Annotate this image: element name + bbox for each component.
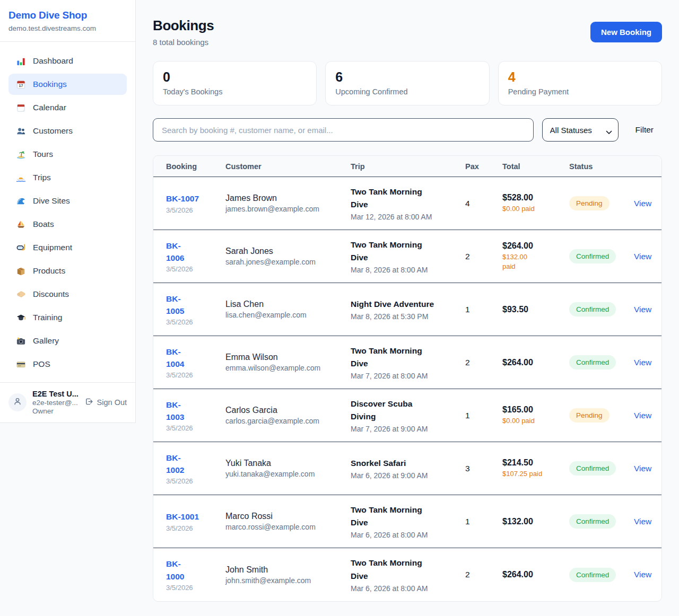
total-amount: $264.00 <box>502 358 569 367</box>
booking-id-link[interactable]: BK- 1004 <box>166 346 184 371</box>
status-badge: Pending <box>569 196 610 210</box>
sidebar-item-gallery[interactable]: Gallery <box>8 330 127 351</box>
customer-name: Lisa Chen <box>225 300 351 309</box>
status-badge: Confirmed <box>569 568 616 582</box>
speedboat-icon <box>16 173 26 183</box>
booking-date: 3/5/2026 <box>166 371 225 379</box>
stat-value: 6 <box>335 69 479 85</box>
customer-name: Emma Wilson <box>225 353 351 362</box>
filter-button[interactable]: Filter <box>627 125 662 135</box>
search-input[interactable] <box>153 118 534 142</box>
avatar <box>8 393 27 411</box>
filter-row: All Statuses Filter <box>153 118 662 142</box>
pax-count: 1 <box>465 411 502 420</box>
sidebar-item-tours[interactable]: Tours <box>8 144 127 165</box>
sidebar-item-dive-sites[interactable]: Dive Sites <box>8 190 127 212</box>
view-link[interactable]: View <box>634 199 651 208</box>
sidebar-item-label: Bookings <box>33 80 67 89</box>
sidebar-item-training[interactable]: Training <box>8 307 127 328</box>
sidebar-item-equipment[interactable]: Equipment <box>8 237 127 258</box>
status-filter-select[interactable]: All Statuses <box>542 118 619 142</box>
stat-value: 4 <box>508 69 652 85</box>
sidebar-item-boats[interactable]: Boats <box>8 214 127 235</box>
status-badge: Confirmed <box>569 514 616 529</box>
new-booking-button[interactable]: New Booking <box>590 22 662 42</box>
sidebar-item-dashboard[interactable]: Dashboard <box>8 50 127 72</box>
table-row: BK- 1004 3/5/2026 Emma Wilson emma.wilso… <box>153 336 661 389</box>
sidebar-item-label: Boats <box>33 219 54 229</box>
view-link[interactable]: View <box>634 411 651 420</box>
table-row: BK- 1005 3/5/2026 Lisa Chen lisa.chen@ex… <box>153 283 661 336</box>
graduation-cap-icon <box>16 313 26 323</box>
view-link[interactable]: View <box>634 517 651 526</box>
sidebar-item-label: Discounts <box>33 289 69 299</box>
bar-chart-icon <box>16 56 26 66</box>
customer-email: james.brown@example.com <box>225 205 351 213</box>
booking-id-link[interactable]: BK- 1005 <box>166 293 184 318</box>
page-subtitle: 8 total bookings <box>153 38 214 47</box>
customer-name: James Brown <box>225 193 351 203</box>
sidebar-item-pos[interactable]: POS <box>8 354 127 375</box>
trip-name: Snorkel Safari <box>351 457 465 470</box>
status-badge: Confirmed <box>569 355 616 369</box>
trip-datetime: Mar 8, 2026 at 8:00 AM <box>351 266 465 274</box>
sidebar-item-label: Dive Sites <box>33 196 70 206</box>
column-header-total: Total <box>502 162 569 171</box>
sidebar-item-discounts[interactable]: Discounts <box>8 284 127 305</box>
trip-datetime: Mar 7, 2026 at 8:00 AM <box>351 372 465 380</box>
sign-out-button[interactable]: Sign Out <box>84 397 127 408</box>
view-link[interactable]: View <box>634 358 651 367</box>
column-header-pax: Pax <box>465 162 502 171</box>
sidebar-item-customers[interactable]: Customers <box>8 120 127 142</box>
wave-icon <box>16 196 26 206</box>
sidebar-item-label: Customers <box>33 126 73 136</box>
booking-id-link[interactable]: BK-1007 <box>166 192 199 205</box>
booking-id-link[interactable]: BK- 1002 <box>166 452 184 477</box>
booking-date: 3/5/2026 <box>166 584 225 592</box>
booking-id-link[interactable]: BK- 1000 <box>166 558 184 583</box>
table-header-row: BookingCustomerTripPaxTotalStatus <box>153 156 661 177</box>
customer-name: Sarah Jones <box>225 247 351 256</box>
paid-amount: $0.00 paid <box>502 204 569 214</box>
view-link[interactable]: View <box>634 252 651 261</box>
total-amount: $528.00 <box>502 193 569 203</box>
trip-datetime: Mar 6, 2026 at 8:00 AM <box>351 584 465 593</box>
sidebar-item-label: Calendar <box>33 103 66 112</box>
view-link[interactable]: View <box>634 305 651 314</box>
view-link[interactable]: View <box>634 464 651 473</box>
pax-count: 2 <box>465 358 502 367</box>
page-header-text: Bookings 8 total bookings <box>153 17 214 47</box>
trip-name: Two Tank Morning Dive <box>351 239 465 264</box>
paid-amount: $132.00 paid <box>502 252 569 271</box>
table-row: BK-1001 3/5/2026 Marco Rossi marco.rossi… <box>153 495 661 548</box>
sidebar-item-label: POS <box>33 359 50 369</box>
booking-id-link[interactable]: BK- 1006 <box>166 240 184 265</box>
sidebar-item-label: Equipment <box>33 243 72 252</box>
customer-email: yuki.tanaka@example.com <box>225 470 351 478</box>
sidebar-item-label: Dashboard <box>33 56 73 66</box>
column-header-booking: Booking <box>166 162 225 171</box>
view-link[interactable]: View <box>634 570 651 579</box>
sidebar-item-trips[interactable]: Trips <box>8 167 127 188</box>
total-amount: $93.50 <box>502 305 569 314</box>
paid-amount: $107.25 paid <box>502 469 569 479</box>
users-icon <box>16 126 26 136</box>
sidebar-item-products[interactable]: Products <box>8 260 127 281</box>
customer-email: emma.wilson@example.com <box>225 364 351 372</box>
booking-date: 3/5/2026 <box>166 424 225 432</box>
sidebar-item-label: Trips <box>33 173 51 182</box>
column-header-customer: Customer <box>225 162 351 171</box>
customer-name: Carlos Garcia <box>225 406 351 415</box>
main-content: Bookings 8 total bookings New Booking 0T… <box>136 0 679 616</box>
sidebar-item-bookings[interactable]: 17Bookings <box>8 74 127 95</box>
total-amount: $264.00 <box>502 241 569 251</box>
trip-datetime: Mar 7, 2026 at 9:00 AM <box>351 425 465 433</box>
calendar-pad-icon <box>16 103 26 113</box>
booking-date: 3/5/2026 <box>166 318 225 326</box>
stat-label: Today's Bookings <box>163 87 307 96</box>
booking-id-link[interactable]: BK- 1003 <box>166 399 184 424</box>
customer-email: carlos.garcia@example.com <box>225 417 351 425</box>
status-badge: Confirmed <box>569 302 616 316</box>
booking-id-link[interactable]: BK-1001 <box>166 511 199 523</box>
sidebar-item-calendar[interactable]: Calendar <box>8 97 127 118</box>
